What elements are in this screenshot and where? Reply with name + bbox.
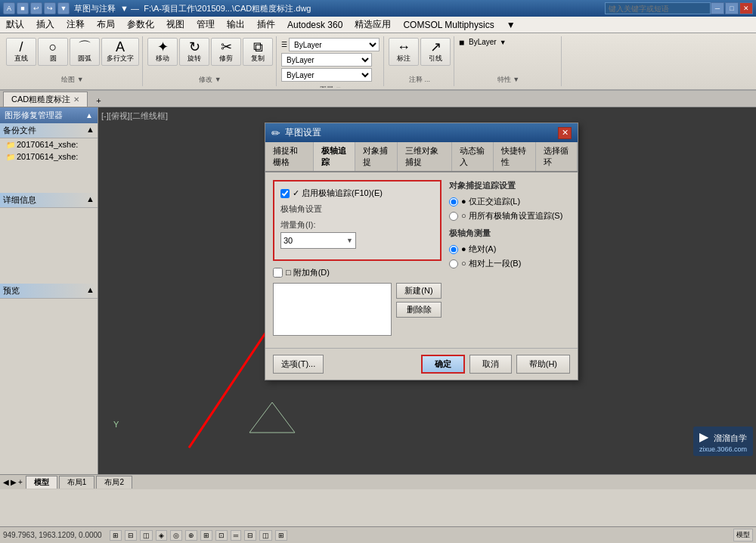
app-title: 草图与注释 ▼ — F:\A-项目工作\201509...\CAD粗糙度标注.d… <box>74 3 605 14</box>
ortho-tracking-radio[interactable] <box>449 197 458 206</box>
status-ducs-btn[interactable]: ⊞ <box>200 530 212 541</box>
menu-comsol[interactable]: COMSOL Multiphysics <box>397 17 500 33</box>
menu-param[interactable]: 参数化 <box>121 17 160 33</box>
linetype-select[interactable]: ByLayer <box>281 53 372 67</box>
props-icon: ◼ <box>459 39 464 46</box>
doc-tab-close[interactable]: ✕ <box>73 95 79 104</box>
backup-header[interactable]: 备份文件 ▲ <box>0 123 98 138</box>
text-icon: A <box>116 40 125 54</box>
additional-angles-row: □ 附加角(D) <box>273 267 442 278</box>
tree-item-2[interactable]: 📁 20170614_xshe: <box>0 150 98 163</box>
layer-select[interactable]: ByLayer <box>289 38 380 51</box>
menu-featured[interactable]: 精选应用 <box>349 17 397 33</box>
leader-btn[interactable]: ↗ 引线 <box>420 38 451 66</box>
move-btn[interactable]: ✦ 移动 <box>147 38 178 66</box>
tab-object-snap[interactable]: 对象捕捉 <box>355 142 397 171</box>
text-btn[interactable]: A 多行文字 <box>101 38 139 66</box>
tb-icon-4[interactable]: ▼ <box>57 2 70 14</box>
menu-annotation[interactable]: 注释 <box>60 17 91 33</box>
status-tspace-btn[interactable]: ⊟ <box>244 530 256 541</box>
search-input[interactable] <box>605 2 711 14</box>
ribbon: / 直线 ○ 圆 ⌒ 圆弧 A 多行文字 绘图 ▼ <box>0 33 756 91</box>
backup-arrow: ▲ <box>86 125 94 136</box>
tab-prev-icon[interactable]: ◀ <box>3 478 9 486</box>
relative-radio[interactable] <box>449 259 458 268</box>
menu-more[interactable]: ▼ <box>500 17 522 33</box>
tab-next-icon[interactable]: ▶ <box>11 478 17 486</box>
status-osnap-btn[interactable]: ◎ <box>170 530 182 541</box>
doc-tab-main[interactable]: CAD粗糙度标注 ✕ <box>3 92 88 107</box>
ok-button[interactable]: 确定 <box>421 355 465 374</box>
absolute-radio[interactable] <box>449 245 458 254</box>
model-layout-tabs: ◀ ▶ + 模型 布局1 布局2 <box>0 474 756 489</box>
lineweight-select[interactable]: ByLayer <box>281 68 372 82</box>
panel-repair-arrow[interactable]: ▲ <box>85 111 93 119</box>
tb-icon-3[interactable]: ↪ <box>44 2 56 14</box>
delete-angle-button[interactable]: 删除除 <box>396 302 442 318</box>
measure-title: 极轴角测量 <box>449 228 570 239</box>
copy-btn[interactable]: ⧉ 复制 <box>243 38 273 66</box>
tab-dynamic-input[interactable]: 动态输入 <box>452 142 494 171</box>
draft-settings-dialog: ✏ 草图设置 ✕ 捕捉和栅格 极轴追踪 对象捕捉 三维对象捕捉 动态输入 快捷特… <box>265 123 578 380</box>
menu-insert[interactable]: 插入 <box>30 17 60 33</box>
dialog-close-button[interactable]: ✕ <box>558 127 572 139</box>
menu-output[interactable]: 输出 <box>221 17 251 33</box>
model-tab-layout2[interactable]: 布局2 <box>96 476 132 489</box>
status-dyn-btn[interactable]: ⊡ <box>215 530 228 541</box>
status-ortho-btn[interactable]: ◫ <box>140 530 153 541</box>
status-otrack-btn[interactable]: ⊕ <box>185 530 197 541</box>
ribbon-group-draw: / 直线 ○ 圆 ⌒ 圆弧 A 多行文字 绘图 ▼ <box>3 36 143 86</box>
options-button[interactable]: 选项(T)... <box>273 355 324 374</box>
tab-snap-grid[interactable]: 捕捉和栅格 <box>265 142 314 171</box>
tab-3d-snap[interactable]: 三维对象捕捉 <box>398 142 452 171</box>
status-grid-btn[interactable]: ⊟ <box>125 530 137 541</box>
maximize-button[interactable]: □ <box>725 2 739 14</box>
tab-quick-props[interactable]: 快捷特性 <box>494 142 535 171</box>
ribbon-group-modify: ✦ 移动 ↻ 旋转 ✂ 修剪 ⧉ 复制 修改 ▼ <box>144 36 277 86</box>
menu-manage[interactable]: 管理 <box>191 17 221 33</box>
tab-selection-cycle[interactable]: 选择循环 <box>536 142 578 171</box>
status-polar-btn[interactable]: ◈ <box>156 530 167 541</box>
enable-polar-checkbox[interactable] <box>280 189 290 198</box>
line-btn[interactable]: / 直线 <box>6 38 36 66</box>
increment-combo[interactable]: 30 ▼ <box>280 232 356 249</box>
menu-view[interactable]: 视图 <box>160 17 191 33</box>
tab-add-icon[interactable]: + <box>18 478 23 486</box>
relative-row: ○ 相对上一段(B) <box>449 258 570 269</box>
model-tab-model[interactable]: 模型 <box>26 476 57 489</box>
layer-group-label: 图层 ▼ <box>281 83 380 88</box>
circle-btn[interactable]: ○ 圆 <box>38 38 68 66</box>
dialog-left-section: ✓ 启用极轴追踪(F10)(E) 极轴角设置 增量角(I): 30 ▼ <box>273 180 442 340</box>
model-tab-layout1[interactable]: 布局1 <box>59 476 95 489</box>
detail-header[interactable]: 详细信息 ▲ <box>0 193 98 208</box>
angles-list[interactable] <box>273 283 392 336</box>
menu-autodesk360[interactable]: Autodesk 360 <box>281 17 349 33</box>
menu-layout[interactable]: 布局 <box>91 17 121 33</box>
status-lweight-btn[interactable]: ═ <box>231 530 241 541</box>
status-qp-btn[interactable]: ◫ <box>259 530 272 541</box>
all-polar-tracking-radio[interactable] <box>449 212 458 221</box>
circle-icon: ○ <box>49 40 57 54</box>
status-model-label[interactable]: 模型 <box>733 529 753 541</box>
menu-default[interactable]: 默认 <box>0 17 30 33</box>
trim-btn[interactable]: ✂ 修剪 <box>211 38 241 66</box>
doc-tab-new[interactable]: + <box>88 94 109 107</box>
status-sc-btn[interactable]: ⊞ <box>275 530 287 541</box>
cancel-button[interactable]: 取消 <box>469 355 512 374</box>
preview-header[interactable]: 预览 ▲ <box>0 284 98 299</box>
additional-angles-checkbox[interactable] <box>273 268 283 278</box>
doc-tab-new-icon: + <box>96 96 101 105</box>
dim-btn[interactable]: ↔ 标注 <box>389 38 419 66</box>
menu-plugin[interactable]: 插件 <box>251 17 281 33</box>
tb-icon-2[interactable]: ↩ <box>30 2 42 14</box>
tb-icon-1[interactable]: ■ <box>17 2 29 14</box>
new-angle-button[interactable]: 新建(N) <box>396 283 442 299</box>
tree-item-1[interactable]: 📁 20170614_xshe: <box>0 138 98 150</box>
tab-polar-tracking[interactable]: 极轴追踪 <box>314 142 355 171</box>
help-button[interactable]: 帮助(H) <box>516 355 570 374</box>
minimize-button[interactable]: ─ <box>711 2 724 14</box>
status-snap-btn[interactable]: ⊞ <box>110 530 122 541</box>
close-button[interactable]: ✕ <box>739 2 753 14</box>
rotate-btn[interactable]: ↻ 旋转 <box>179 38 209 66</box>
arc-btn[interactable]: ⌒ 圆弧 <box>70 38 100 66</box>
